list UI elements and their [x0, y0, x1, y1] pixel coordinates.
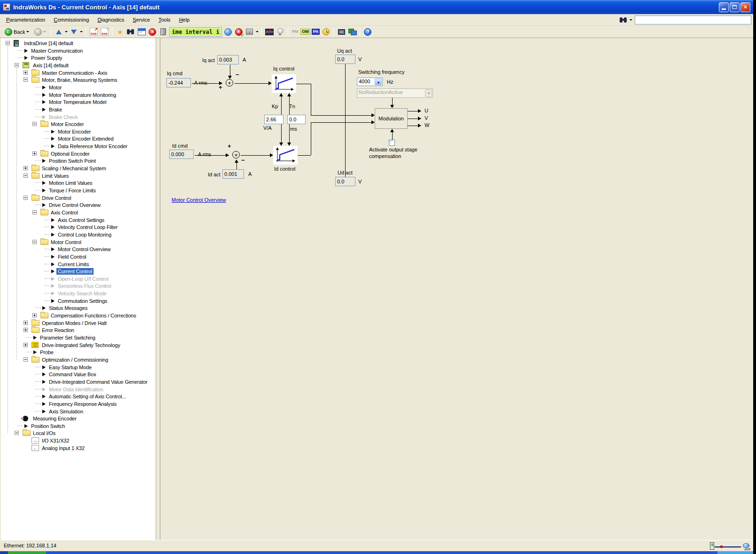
expand-icon[interactable]	[24, 166, 28, 170]
tree-item-label[interactable]: Optional Encoder	[49, 150, 91, 157]
tree-item[interactable]: Position Switch	[1, 422, 156, 430]
tree-item-label[interactable]: Field Control	[56, 253, 87, 260]
exit-parameterization-button[interactable]	[158, 27, 168, 37]
om-mode-toggle[interactable]: OM	[300, 29, 310, 35]
tree-item[interactable]: Brake Check	[1, 113, 156, 121]
navigate-up-button[interactable]	[54, 27, 63, 37]
tree-item[interactable]: Operation Modes / Drive Halt	[1, 319, 156, 327]
tree-item-label[interactable]: Brake	[47, 106, 63, 113]
tree-item-label[interactable]: Data Reference Motor Encoder	[56, 143, 129, 150]
tree-item[interactable]: Optional Encoder	[1, 150, 156, 158]
search-input[interactable]	[635, 16, 751, 24]
tree-item[interactable]: Brake	[1, 106, 156, 113]
find-parameter-button[interactable]	[126, 27, 135, 37]
tree-item[interactable]: Motor Temperature Model	[1, 98, 156, 106]
tree-item-label[interactable]: Analog Input 1 X32	[40, 445, 86, 451]
search-binoculars-icon[interactable]	[620, 17, 627, 23]
collapse-icon[interactable]	[24, 174, 28, 178]
panel-splitter[interactable]	[157, 38, 160, 540]
tree-item[interactable]: Drive Control	[1, 194, 156, 202]
tree-item-label[interactable]: Power Supply	[30, 55, 63, 61]
tree-item-label[interactable]: Error Reaction	[40, 327, 76, 333]
tree-item-label[interactable]: Motion Limit Values	[47, 180, 94, 186]
tree-item-label[interactable]: I/O X31/X32	[40, 437, 71, 444]
tree-item-label[interactable]: Commutation Settings	[56, 298, 109, 304]
tree-item-label[interactable]: Position Switch	[30, 423, 66, 429]
tree-item-label[interactable]: Optimization / Commissioning	[40, 356, 110, 363]
tree-item[interactable]: Drive-Integrated Safety Technology	[1, 341, 156, 349]
tree-item-label[interactable]: Command Value Box	[47, 371, 98, 378]
tree-item-label[interactable]: Measuring Encoder	[32, 415, 78, 422]
screen-copy-button[interactable]	[337, 27, 346, 37]
back-button[interactable]: ← Back	[3, 28, 31, 36]
tree-item-label[interactable]: Current Control	[56, 268, 94, 275]
pa-mode-toggle[interactable]: PA	[312, 29, 320, 35]
online-browser-button[interactable]	[223, 27, 233, 37]
load-to-device-button[interactable]: ↓	[245, 27, 254, 37]
favorites-button[interactable]: ★	[115, 27, 125, 37]
expand-icon[interactable]	[32, 313, 37, 317]
tree-item-label[interactable]: Axis [14] default	[32, 62, 70, 69]
collapse-icon[interactable]	[24, 196, 28, 200]
tn-field[interactable]: 0.0	[287, 115, 306, 124]
tree-item-label[interactable]: Open-Loop U/f Control	[56, 276, 110, 282]
tree-item[interactable]: Axis Simulation	[1, 408, 156, 415]
tree-item[interactable]: Motion Limit Values	[1, 179, 156, 187]
tree-item[interactable]: Drive-Integrated Command Value Generator	[1, 378, 156, 386]
tree-item-label[interactable]: Frequency Response Analysis	[47, 401, 118, 407]
collapse-icon[interactable]	[15, 431, 19, 435]
tree-item-label[interactable]: Motor Temperature Monitoring	[47, 92, 118, 98]
tree-item[interactable]: Axis Control Settings	[1, 216, 156, 224]
parameter-download-button[interactable]: ↑PAR	[100, 27, 109, 37]
tree-item[interactable]: SMAxis [14] default	[1, 62, 156, 69]
tree-item[interactable]: Commutation Settings	[1, 297, 156, 305]
tree-item[interactable]: Compensation Functions / Corrections	[1, 312, 156, 319]
tree-item[interactable]: Motor Encoder	[1, 128, 156, 135]
tree-item-label[interactable]: Axis Simulation	[47, 408, 85, 415]
pm-mode-toggle[interactable]: PM	[291, 29, 299, 35]
tree-item[interactable]: Sensorless Flux Control	[1, 282, 156, 290]
tree-item-label[interactable]: Motor, Brake, Measuring Systems	[40, 77, 118, 83]
tree-item[interactable]: Automatic Setting of Axis Control...	[1, 393, 156, 400]
menu-help[interactable]: Help	[175, 15, 194, 24]
tree-item[interactable]: Torque / Force Limits	[1, 187, 156, 194]
tree-item[interactable]: Status Messages	[1, 304, 156, 312]
expand-icon[interactable]	[32, 151, 37, 156]
tree-item-label[interactable]: Motor Encoder	[49, 121, 85, 127]
tree-item[interactable]: Master Communication	[1, 47, 156, 55]
output-stage-compensation-checkbox[interactable]	[389, 140, 395, 146]
tree-item[interactable]: Master Communication - Axis	[1, 69, 156, 77]
restore-button[interactable]	[730, 2, 740, 12]
tree-item[interactable]: Open-Loop U/f Control	[1, 275, 156, 283]
tree-item[interactable]: Motor Control Overview	[1, 245, 156, 253]
tree-item-label[interactable]: Motor Data Identification	[47, 386, 104, 393]
tree-item[interactable]: Position Switch Point	[1, 157, 156, 165]
collapse-icon[interactable]	[32, 122, 37, 126]
tree-item[interactable]: Power Supply	[1, 54, 156, 62]
tree-item[interactable]: Scaling / Mechanical System	[1, 165, 156, 172]
close-button[interactable]: ×	[740, 2, 750, 12]
tree-item-label[interactable]: Brake Check	[47, 114, 79, 120]
collapse-icon[interactable]	[6, 41, 10, 45]
tree-item[interactable]: ←Analog Input 1 X32	[1, 444, 156, 452]
parameter-address-combo[interactable]: ime interval i	[169, 27, 221, 37]
tree-item[interactable]: Local I/Os	[1, 429, 156, 437]
clear-error-button[interactable]: ×	[148, 27, 157, 37]
time-report-button[interactable]	[321, 27, 331, 37]
tree-item[interactable]: Parameter Set Switching	[1, 334, 156, 341]
tree-item[interactable]: Data Reference Motor Encoder	[1, 142, 156, 150]
tree-item[interactable]: Current Control	[1, 268, 156, 275]
tree-item[interactable]: Limit Values	[1, 172, 156, 180]
menu-parameterization[interactable]: Parameterization	[2, 15, 49, 24]
collapse-icon[interactable]	[32, 210, 37, 214]
tree-item[interactable]: Current Limits	[1, 261, 156, 268]
menu-service[interactable]: Service	[128, 15, 154, 24]
tree-item[interactable]: Axis Control	[1, 209, 156, 216]
tree-item[interactable]: Control Loop Monitoring	[1, 231, 156, 238]
expand-icon[interactable]	[24, 328, 28, 332]
tree-item-label[interactable]: Current Limits	[56, 261, 90, 268]
tree-item-label[interactable]: Motor	[47, 84, 63, 91]
tree-item[interactable]: Motor Encoder Extended	[1, 135, 156, 142]
tree-item-label[interactable]: Limit Values	[40, 173, 70, 179]
tree-item[interactable]: Probe	[1, 348, 156, 356]
